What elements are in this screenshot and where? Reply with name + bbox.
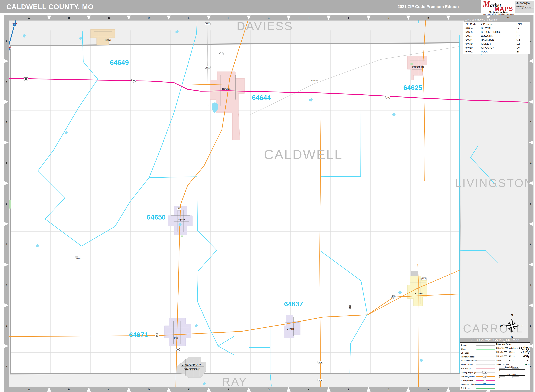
- table-row: 64649KIDDERD2: [464, 42, 530, 46]
- svg-text:MO-B: MO-B: [319, 361, 322, 363]
- contact-line: mapsales@MarketMAPS.com: [516, 7, 534, 9]
- city-sample: City: [525, 359, 530, 361]
- zip-index-panel: ZIP Code Index/Grid Locator ZIP Code ZIP…: [464, 18, 530, 54]
- page-title: CALDWELL COUNTY, MO: [6, 3, 94, 11]
- zip-label-64671: 64671: [129, 331, 148, 339]
- zip-label-64649: 64649: [110, 59, 129, 66]
- legend-item-state-hwy: State Highways123: [460, 374, 505, 378]
- mirabile-area: [76, 256, 78, 257]
- table-row: 64671POLOE8: [464, 50, 530, 54]
- state-shield-icon: 123: [482, 375, 487, 378]
- legend-panel: 2021 Caldwell County, MO Map County Stat…: [460, 338, 530, 390]
- city-class-row: Cities 100,000 and AboveCity: [496, 346, 530, 350]
- svg-text:116: 116: [392, 296, 395, 298]
- legend-item-interstate: Interstate Highways123: [460, 382, 505, 386]
- legend-item-exit: Exit Ramps: [460, 367, 505, 370]
- svg-text:13: 13: [177, 349, 179, 350]
- town-label-breckenridge: Breckenridge: [412, 65, 424, 68]
- table-row: 64650KINGSTOND6: [464, 46, 530, 50]
- legend-item-county-hwy: County Highways123: [460, 370, 505, 374]
- cemetery-label-line1: ZIMMERMAN: [182, 363, 201, 366]
- svg-text:13: 13: [221, 53, 223, 55]
- svg-text:MO-B: MO-B: [319, 379, 322, 381]
- legend-cities: Cities and Towns Cities 100,000 and Abov…: [496, 343, 530, 366]
- state-hwy-sample: 123: [476, 374, 495, 378]
- town-label-braymer: Braymer: [415, 292, 423, 295]
- city-class-row: Cities 5,000 - 24,999City: [496, 358, 530, 362]
- city-dot-icon: [523, 356, 524, 357]
- minor-line-sample: [476, 363, 495, 367]
- logo-tagline: On Target. On Time.: [489, 11, 508, 13]
- zip-line-sample: [476, 351, 495, 355]
- scale-miles: Scale in Miles 0.51: [499, 373, 525, 378]
- scale-bar: [499, 375, 525, 377]
- table-row: 64624BRAYMERL7: [464, 26, 530, 30]
- svg-text:116: 116: [156, 334, 158, 336]
- svg-text:MO-CC: MO-CC: [206, 67, 210, 68]
- zip-label-64650: 64650: [147, 213, 166, 221]
- marketmaps-logo: Market MAPS On Target. On Time. America'…: [481, 0, 535, 15]
- us-hwy-sample: 123: [476, 378, 495, 382]
- map-sheet: CALDWELL COUNTY, MO 2021 ZIP Code Premiu…: [0, 0, 535, 392]
- contact-line: EMAIL US AT:: [516, 6, 534, 7]
- town-label-polo: Polo: [174, 337, 178, 339]
- zip-label-64637: 64637: [284, 300, 303, 308]
- exit-line-sample: [476, 367, 495, 370]
- city-dot-icon: [525, 360, 525, 361]
- secondary-line-sample: [476, 359, 495, 363]
- svg-text:MO-CC: MO-CC: [206, 23, 210, 24]
- svg-text:N: N: [511, 314, 513, 317]
- scale-kilometers: Scale in Kilometers 012: [499, 366, 525, 371]
- town-label-cowgill: Cowgill: [287, 328, 294, 330]
- svg-text:MO-A: MO-A: [422, 278, 426, 280]
- title-bar: CALDWELL COUNTY, MO 2021 ZIP Code Premiu…: [0, 0, 481, 13]
- zip-index-header-row: ZIP Code ZIP Name LOC: [464, 22, 530, 26]
- toll-line-sample: [476, 386, 495, 390]
- county-label-livingston: LIVINGSTON: [455, 177, 534, 189]
- svg-text:36: 36: [25, 78, 27, 80]
- table-row: 64644HAMILTONG3: [464, 38, 530, 42]
- svg-text:W: W: [500, 324, 503, 328]
- us-shield-icon: 123: [482, 379, 487, 382]
- svg-text:36: 36: [387, 96, 389, 98]
- county-line-sample: [476, 343, 495, 347]
- city-dot-icon: [519, 347, 521, 349]
- zip-label-64625: 64625: [403, 84, 422, 92]
- city-class-row: Cities 1 - 4,999City: [496, 362, 530, 366]
- svg-text:123: 123: [484, 383, 486, 384]
- contact-line: CALL US TOLL FREE!: [516, 2, 534, 3]
- town-label-nettleton: Nettleton: [311, 80, 318, 82]
- legend-item-toll: Toll Roads: [460, 386, 505, 390]
- state-line-sample: [476, 347, 495, 351]
- logo-subtitle: America's Leading Source of Business Map…: [483, 13, 514, 15]
- legend-body: County State ZIP Code Primary Streets Se…: [460, 342, 530, 390]
- city-class-row: Cities 25,000 - 49,999City: [496, 354, 530, 358]
- city-dot-icon: [525, 364, 526, 365]
- svg-text:123: 123: [484, 380, 486, 381]
- county-hwy-sample: 123: [476, 370, 495, 374]
- zip-index-title: ZIP Code Index/Grid Locator: [464, 18, 530, 22]
- contact-line: 1-888-434-MAPS (6277): [516, 3, 534, 5]
- logo-wordmark: Market MAPS On Target. On Time. America'…: [483, 0, 517, 15]
- col-header-zip-code: ZIP Code: [464, 23, 481, 26]
- town-label-kingston: Kingston: [177, 219, 185, 221]
- braymer-block: [411, 271, 418, 276]
- svg-text:16: 16: [349, 306, 351, 308]
- edition-label: 2021 ZIP Code Premium Edition: [398, 4, 459, 9]
- county-label-daviess: DAVIESS: [237, 19, 293, 33]
- table-row: 64637COWGILLH7: [464, 34, 530, 38]
- svg-text:35: 35: [14, 24, 15, 25]
- county-shield-icon: 123: [482, 371, 487, 374]
- legend-item-us-hwy: US Highways123: [460, 378, 505, 382]
- cemetery-label-line2: CEMETERY: [183, 368, 200, 371]
- svg-text:13: 13: [178, 208, 180, 210]
- scale-bar: [499, 368, 525, 369]
- town-label-mirabile: Mirabile: [76, 258, 81, 260]
- legend-title: 2021 Caldwell County, MO Map: [460, 338, 530, 342]
- town-label-kidder: Kidder: [105, 39, 111, 41]
- city-sample: City: [523, 355, 530, 358]
- interstate-sample: 123: [476, 382, 495, 386]
- col-header-zip-name: ZIP Name: [481, 23, 516, 26]
- interstate-shield-icon: 123: [482, 383, 487, 386]
- svg-text:123: 123: [484, 376, 486, 377]
